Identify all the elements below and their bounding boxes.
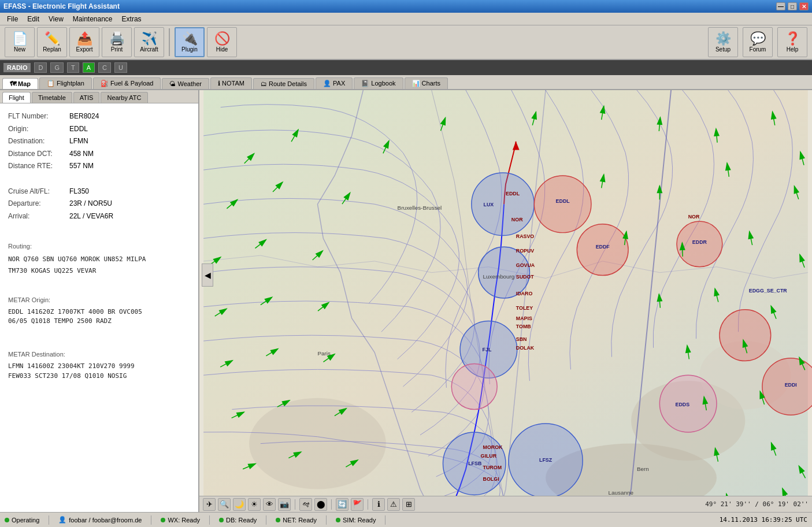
menu-maintenance[interactable]: Maintenance	[68, 14, 117, 24]
wp-idaro-label: IDARO	[516, 291, 533, 296]
map-tool-flag[interactable]: 🚩	[351, 498, 364, 511]
menu-edit[interactable]: Edit	[23, 14, 44, 24]
setup-label: Setup	[715, 46, 731, 53]
pax-tab-icon: 👤	[323, 80, 331, 87]
map-tool-camera[interactable]: 📷	[278, 498, 291, 511]
export-button[interactable]: 📤 Export	[69, 27, 99, 57]
map-tool-refresh[interactable]: 🔄	[336, 498, 348, 511]
status-sep4	[266, 515, 266, 525]
maximize-btn[interactable]: □	[788, 2, 797, 10]
toolbar: 📄 New ✏️ Replan 📤 Export 🖨️ Print ✈️ Air…	[0, 25, 812, 60]
map-tool-sep3	[368, 499, 368, 510]
content-area: Flight Timetable ATIS Nearby ATC FLT Num…	[0, 90, 812, 512]
metar-origin-label: METAR Origin:	[8, 295, 190, 306]
help-button[interactable]: ❓ Help	[777, 27, 807, 57]
wp-nor-label: NOR	[511, 217, 523, 222]
tab-weather[interactable]: 🌤 Weather	[162, 78, 209, 89]
status-wx: WX: Ready	[161, 517, 200, 524]
minimize-btn[interactable]: —	[776, 2, 785, 10]
hide-button[interactable]: 🚫 Hide	[207, 27, 237, 57]
departure-value: 23R / NOR5U	[69, 198, 112, 210]
distance-rte-label: Distance RTE:	[8, 160, 66, 173]
radio-btn-c[interactable]: C	[98, 62, 111, 73]
cruise-alt-value: FL350	[69, 185, 89, 198]
user-label: foobar / foobar@froom.de	[69, 517, 142, 524]
map-toolbar: ✈ 🔍 🌙 ☀ 👁 📷 🛩 ⬤ 🔄 🚩 ℹ ⚠ ⊞ 49° 21' 39'' /…	[199, 496, 812, 512]
tab-logbook[interactable]: 📓 Logbook	[354, 77, 403, 89]
tab-timetable[interactable]: Timetable	[32, 92, 72, 103]
radio-btn-u[interactable]: U	[114, 62, 127, 73]
wp-sudot-label: SUDOT	[516, 274, 535, 280]
statusbar: Operating 👤 foobar / foobar@froom.de WX:…	[0, 512, 812, 527]
menu-extras[interactable]: Extras	[117, 14, 146, 24]
map-tool-aircraft[interactable]: ✈	[203, 498, 216, 511]
nav-arrow[interactable]: ◀	[202, 264, 213, 287]
forum-label: Forum	[750, 46, 766, 53]
atc-circle-eddl	[472, 173, 535, 236]
tab-pax[interactable]: 👤 PAX	[316, 77, 353, 89]
atc-circle-mun	[720, 310, 771, 361]
menu-file[interactable]: File	[2, 14, 23, 24]
map-tool-layers[interactable]: 👁	[263, 498, 276, 511]
menu-view[interactable]: View	[44, 14, 68, 24]
sim-label: SIM: Ready	[343, 517, 376, 524]
arrival-label: Arrival:	[8, 210, 66, 223]
atc-eddi-label: EDDI	[785, 382, 797, 388]
wp-govua-label: GOVUA	[516, 262, 535, 268]
wp-ropuv-label: ROPUV	[516, 248, 535, 254]
setup-button[interactable]: ⚙️ Setup	[708, 27, 738, 57]
tab-charts[interactable]: 📊 Charts	[405, 77, 448, 89]
city-lux-label: Luxembourg	[483, 273, 515, 280]
map-tool-grid[interactable]: ⊞	[402, 498, 415, 511]
aircraft-button[interactable]: ✈️ Aircraft	[134, 27, 164, 57]
radio-btn-t[interactable]: T	[67, 62, 79, 73]
flightplan-tab-icon: 📋	[47, 80, 55, 87]
tab-nearby-atc[interactable]: Nearby ATC	[101, 92, 147, 103]
wp-rasvo-label: RASVO	[516, 233, 535, 239]
forum-button[interactable]: 💬 Forum	[743, 27, 773, 57]
tab-notam[interactable]: ℹ NOTAM	[210, 77, 252, 89]
atc-eddl-label: EDDL	[556, 198, 570, 204]
flt-number-row: FLT Number: BER8024	[8, 110, 190, 123]
operating-indicator	[5, 518, 9, 522]
left-panel-tabs: Flight Timetable ATIS Nearby ATC	[0, 90, 198, 103]
net-indicator	[276, 518, 280, 522]
plugin-button[interactable]: 🔌 Plugin	[175, 27, 205, 57]
toolbar-right: ⚙️ Setup 💬 Forum ❓ Help	[708, 27, 807, 57]
map-tool-zoom[interactable]: 🔍	[218, 498, 231, 511]
replan-icon: ✏️	[45, 32, 60, 45]
window-controls[interactable]: — □ ✕	[776, 2, 809, 10]
distance-rte-value: 557 NM	[69, 160, 94, 173]
tab-map[interactable]: 🗺 Map	[2, 78, 38, 89]
print-button[interactable]: 🖨️ Print	[102, 27, 132, 57]
map-tool-night[interactable]: 🌙	[233, 498, 246, 511]
atc-edgg-label: EDGG_SE_CTR	[749, 288, 788, 294]
city-brussels-label: Bruxelles-Brussel	[398, 205, 442, 211]
left-panel: Flight Timetable ATIS Nearby ATC FLT Num…	[0, 90, 199, 512]
map-tool-brightness[interactable]: ☀	[248, 498, 261, 511]
wx-label: WX: Ready	[168, 517, 200, 524]
tab-flightplan[interactable]: 📋 Flightplan	[39, 77, 92, 89]
wp-bolgi-label: BOLGI	[483, 476, 499, 482]
map-area[interactable]: EDDL NOR NOR RASVO ROPUV GOVUA SUDOT IDA…	[199, 90, 812, 512]
cruise-alt-row: Cruise Alt/FL: FL350	[8, 185, 190, 198]
radio-btn-g[interactable]: G	[50, 62, 64, 73]
tab-flight[interactable]: Flight	[2, 92, 31, 103]
map-tool-info[interactable]: ℹ	[372, 498, 385, 511]
map-tool-plane[interactable]: 🛩	[299, 498, 312, 511]
replan-button[interactable]: ✏️ Replan	[37, 27, 67, 57]
origin-label: Origin:	[8, 123, 66, 136]
user-icon: 👤	[58, 516, 66, 524]
tab-route-details[interactable]: 🗂 Route Details	[253, 78, 314, 89]
charts-tab-icon: 📊	[412, 80, 420, 87]
map-tool-circle[interactable]: ⬤	[314, 498, 327, 511]
tab-fuel-payload[interactable]: ⛽ Fuel & Payload	[93, 77, 161, 89]
map-tool-warning[interactable]: ⚠	[387, 498, 400, 511]
radio-btn-d[interactable]: D	[34, 62, 47, 73]
new-button[interactable]: 📄 New	[5, 27, 35, 57]
close-btn[interactable]: ✕	[799, 2, 809, 10]
map-tool-sep1	[295, 499, 295, 510]
radio-btn-a[interactable]: A	[83, 62, 95, 73]
tab-atis[interactable]: ATIS	[73, 92, 100, 103]
print-icon: 🖨️	[109, 32, 125, 45]
